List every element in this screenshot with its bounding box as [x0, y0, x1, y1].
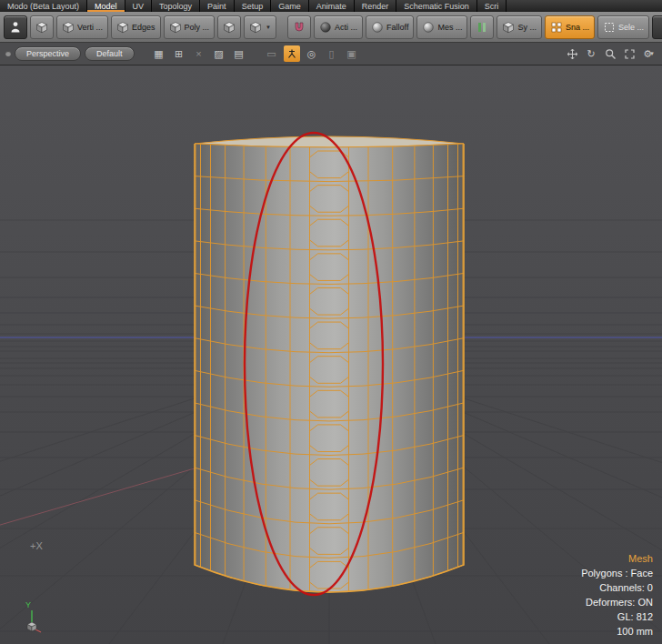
grid-toggle-icon[interactable]: ▦ — [151, 45, 167, 62]
cube-icon — [35, 21, 48, 34]
dark-sphere-icon — [319, 21, 332, 34]
maximize-icon — [624, 48, 636, 60]
polygons-mode-button[interactable]: Poly ... — [164, 15, 216, 39]
maximize-button[interactable] — [621, 45, 637, 62]
symmetry-label: Sy ... — [517, 23, 537, 32]
orbit-button[interactable]: ↻ — [583, 45, 599, 62]
tab-setup[interactable]: Setup — [235, 0, 272, 12]
action-axis-icon — [286, 48, 297, 59]
symmetry-button[interactable]: Sy ... — [496, 15, 542, 39]
tab-modo-beta-layout[interactable]: Modo (Beta Layout) — [0, 0, 87, 12]
selection-sets-label: Sele ... — [618, 23, 644, 32]
layout-tabbar: Modo (Beta Layout) Model UV Topology Pai… — [0, 0, 662, 12]
view-type-dropdown[interactable]: Perspective — [15, 46, 81, 61]
mesh-constraint-button[interactable]: Mes ... — [416, 15, 467, 39]
actor-icon — [9, 21, 22, 34]
select-dashed-icon — [603, 21, 616, 34]
viewport-menu-dot[interactable] — [5, 51, 11, 56]
tab-schematic-fusion[interactable]: Schematic Fusion — [396, 0, 477, 12]
viewport-3d[interactable]: +X Y Mesh Polygons : Face Channels: 0 De… — [0, 65, 662, 644]
symmetry-bars-icon — [476, 21, 488, 34]
magnifier-icon — [605, 48, 617, 60]
cube-items-icon — [223, 21, 236, 34]
tab-script-partial[interactable]: Scri — [477, 0, 507, 12]
tab-paint[interactable]: Paint — [200, 0, 235, 12]
settings-chevron-icon: ▾ — [650, 50, 654, 57]
action-axis-button[interactable] — [284, 45, 300, 62]
info-polygons: Polygons : Face — [581, 566, 653, 580]
main-toolbar: Verti ... Edges Poly ... ▼ Acti ... — [0, 12, 662, 43]
viewport-canvas[interactable] — [0, 65, 662, 644]
mirror-bars-button[interactable] — [470, 15, 494, 39]
sphere-icon — [371, 21, 384, 34]
snap-grid-icon — [550, 21, 563, 34]
mesh-sphere-icon — [422, 21, 435, 34]
edges-mode-button[interactable]: Edges — [111, 15, 161, 39]
pan-icon — [567, 48, 578, 60]
cube-dropdown-icon — [249, 21, 262, 34]
gizmo-y-label: Y — [25, 600, 31, 609]
mesh-item-name: Mesh — [581, 551, 653, 566]
vertices-label: Verti ... — [77, 23, 103, 32]
tab-render[interactable]: Render — [355, 0, 397, 12]
tab-animate[interactable]: Animate — [309, 0, 355, 12]
falloff-view-icon[interactable]: ◎ — [304, 45, 320, 62]
item-mode-button[interactable] — [30, 15, 54, 39]
cylinder-body — [195, 144, 464, 592]
action-center-button[interactable]: Acti ... — [314, 15, 363, 39]
paint-tool-button[interactable] — [287, 15, 311, 39]
polygons-label: Poly ... — [185, 23, 210, 32]
hatch-shading-alt-icon[interactable]: ▤ — [231, 45, 247, 62]
viewport-settings-button[interactable]: ⚙▾ — [640, 45, 657, 62]
cylinder-mesh[interactable] — [195, 136, 464, 592]
symmetry-cube-icon — [502, 21, 515, 34]
wireframe-toggle-icon[interactable]: ▭ — [264, 45, 280, 62]
tab-uv[interactable]: UV — [125, 0, 153, 12]
vertices-mode-button[interactable]: Verti ... — [56, 15, 108, 39]
mesh-info-panel: Mesh Polygons : Face Channels: 0 Deforme… — [581, 551, 653, 639]
tab-model[interactable]: Model — [87, 0, 125, 12]
selection-sets-button[interactable]: Sele ... — [597, 15, 649, 39]
overlay-view-icon[interactable]: ▣ — [344, 45, 360, 62]
chevron-down-icon: ▼ — [266, 25, 271, 30]
cube-edges-icon — [116, 21, 129, 34]
info-grid-size: 100 mm — [581, 624, 653, 639]
tool-preset-button[interactable] — [4, 15, 27, 39]
slice-view-icon[interactable]: ▯ — [324, 45, 340, 62]
cube-vertices-icon — [62, 21, 75, 34]
x-axis-label: +X — [30, 540, 43, 551]
toolbar-overflow-button[interactable] — [652, 15, 662, 39]
quad-view-icon[interactable]: ⊞ — [171, 45, 187, 62]
gizmo-cube-icon — [27, 622, 36, 631]
pan-button[interactable] — [564, 45, 580, 62]
modo-window: Modo (Beta Layout) Model UV Topology Pai… — [0, 0, 662, 644]
cube-polygons-icon — [169, 21, 182, 34]
axis-gizmo[interactable]: Y — [20, 597, 60, 637]
shading-dropdown[interactable]: Default — [85, 46, 135, 61]
snapping-label: Sna ... — [566, 23, 589, 32]
tabbar-filler — [507, 0, 662, 12]
mode-dropdown-button[interactable]: ▼ — [244, 15, 276, 39]
close-view-icon[interactable]: × — [191, 45, 207, 62]
mesh-constraint-label: Mes ... — [437, 23, 462, 32]
snapping-button[interactable]: Sna ... — [545, 15, 595, 39]
info-gl: GL: 812 — [581, 609, 653, 624]
falloff-label: Falloff — [386, 23, 408, 32]
edges-label: Edges — [132, 23, 155, 32]
action-center-label: Acti ... — [335, 23, 357, 32]
tab-topology[interactable]: Topology — [152, 0, 200, 12]
zoom-button[interactable] — [602, 45, 618, 62]
viewport-nav-group: ↻ ⚙▾ — [564, 45, 657, 62]
falloff-button[interactable]: Falloff — [366, 15, 414, 39]
tab-game[interactable]: Game — [271, 0, 309, 12]
hatch-shading-icon[interactable]: ▨ — [211, 45, 227, 62]
info-channels: Channels: 0 — [581, 580, 653, 595]
magnet-icon — [293, 21, 306, 34]
items-mode-button[interactable] — [217, 15, 241, 39]
info-deformers: Deformers: ON — [581, 595, 653, 609]
viewport-toolbar: Perspective Default ▦ ⊞ × ▨ ▤ ▭ ◎ ▯ ▣ ↻ — [0, 43, 662, 65]
